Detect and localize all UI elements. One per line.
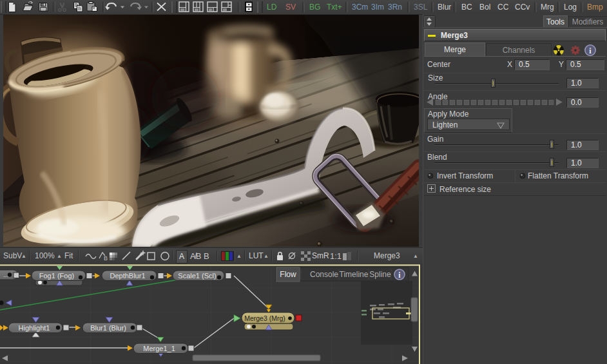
svg-text:Blur1 (Blur): Blur1 (Blur) xyxy=(90,324,126,332)
svg-text:Merge1_1: Merge1_1 xyxy=(143,345,175,352)
svg-text:Spline: Spline xyxy=(369,270,391,279)
svg-text:DepthBlur1: DepthBlur1 xyxy=(110,272,145,280)
svg-text:Merge3 (Mrg): Merge3 (Mrg) xyxy=(244,314,285,322)
svg-text:Timeline: Timeline xyxy=(340,270,369,279)
svg-text:Scale1 (Scl): Scale1 (Scl) xyxy=(178,272,216,280)
svg-text:Highlight1: Highlight1 xyxy=(19,324,50,332)
svg-text:B: B xyxy=(104,255,108,262)
svg-text:Flow: Flow xyxy=(280,270,296,279)
svg-text:Console: Console xyxy=(310,270,338,279)
svg-text:Fog1 (Fog): Fog1 (Fog) xyxy=(39,272,74,280)
